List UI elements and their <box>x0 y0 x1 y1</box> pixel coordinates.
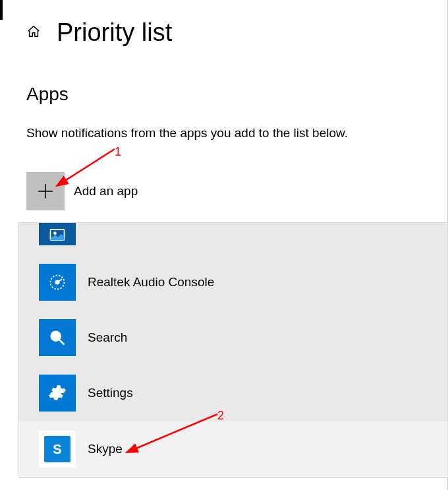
list-item[interactable]: Search <box>19 310 447 365</box>
app-picker-list: Realtek Audio Console Search Settings S … <box>18 222 448 478</box>
list-item[interactable]: Realtek Audio Console <box>19 255 447 310</box>
dial-icon <box>39 264 76 301</box>
title-row: Priority list <box>26 18 447 47</box>
gear-icon <box>39 375 76 412</box>
svg-point-7 <box>51 332 61 341</box>
home-icon[interactable] <box>26 24 41 42</box>
list-item-label: Search <box>88 330 127 345</box>
list-item[interactable]: S Skype <box>18 421 448 477</box>
list-item-label: Settings <box>88 386 133 400</box>
page-title: Priority list <box>57 18 172 47</box>
list-item-label: Realtek Audio Console <box>88 275 214 290</box>
skype-icon: S <box>39 431 76 468</box>
photos-icon <box>39 223 76 245</box>
add-an-app-button[interactable]: Add an app <box>26 172 447 210</box>
priority-list-page: Priority list Apps Show notifications fr… <box>0 0 448 490</box>
plus-icon <box>26 172 65 210</box>
list-item[interactable]: Settings <box>19 365 447 421</box>
add-an-app-label: Add an app <box>74 184 138 199</box>
list-item-label: Skype <box>88 442 123 456</box>
section-title: Apps <box>26 84 447 105</box>
section-description: Show notifications from the apps you add… <box>26 126 447 140</box>
search-icon <box>39 319 76 356</box>
svg-point-3 <box>53 231 57 235</box>
list-item[interactable] <box>19 223 447 255</box>
svg-line-8 <box>60 340 65 345</box>
window-edge <box>0 0 3 20</box>
